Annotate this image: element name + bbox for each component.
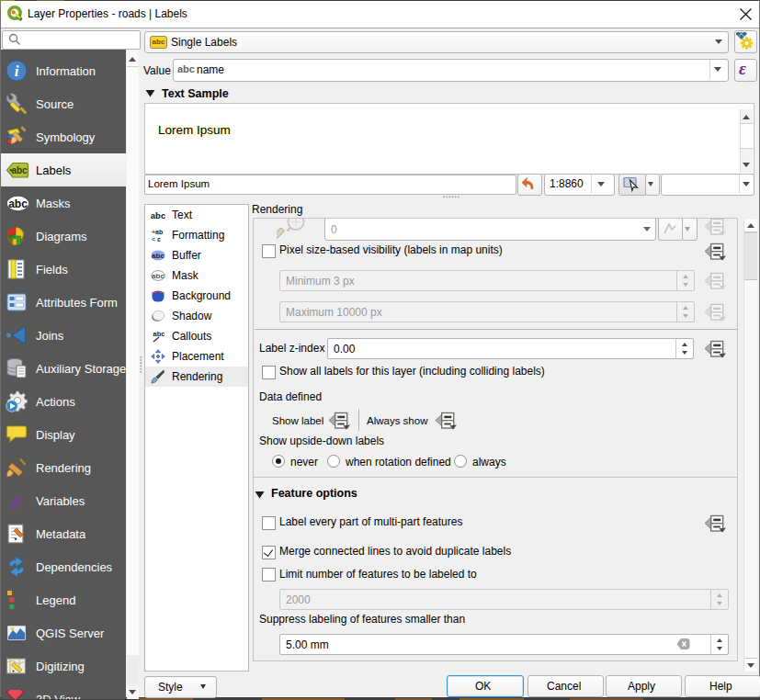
- svg-text:i: i: [15, 62, 19, 80]
- svg-text:abc: abc: [151, 210, 165, 220]
- svg-text:abc: abc: [8, 198, 28, 210]
- svg-text:abc: abc: [152, 252, 164, 260]
- svg-text:abc: abc: [152, 272, 164, 280]
- svg-text:ε: ε: [11, 490, 21, 512]
- svg-text:< c: < c: [152, 236, 161, 243]
- svg-text:abc: abc: [11, 165, 28, 175]
- svg-text:+ab: +ab: [152, 229, 163, 235]
- svg-text:abc: abc: [153, 330, 165, 338]
